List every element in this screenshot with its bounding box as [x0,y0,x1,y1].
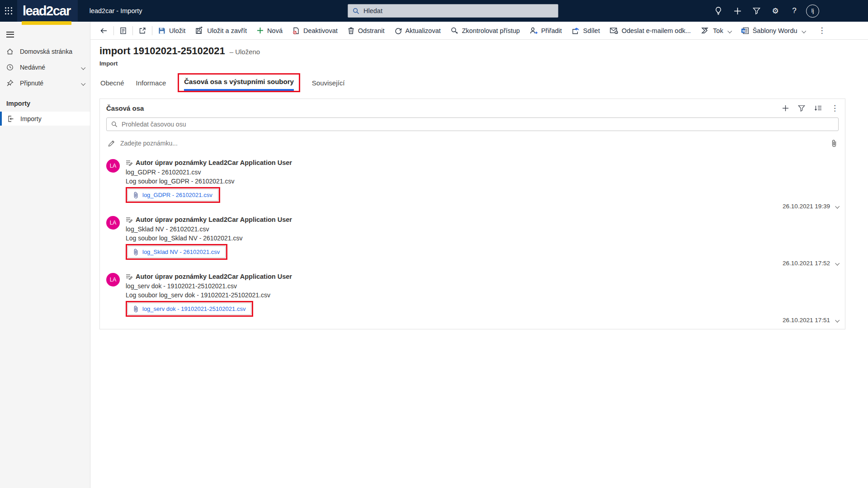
refresh-button[interactable]: Aktualizovat [390,23,446,38]
filter-icon[interactable] [749,4,764,18]
sidebar-item-pinned[interactable]: Připnuté [0,75,90,91]
attachment-chip[interactable]: log_GDPR - 26102021.csv [127,189,218,201]
note-placeholder: Zadejte poznámku... [120,140,178,147]
annotation-box-attachment: log_Sklad NV - 26102021.csv [126,244,227,260]
top-bar: lead2car lead2car - Importy Hledat ⚙ ? I… [0,0,868,22]
timeline-filter-icon[interactable] [798,105,805,112]
pencil-icon [108,140,115,147]
back-button[interactable] [95,23,113,38]
share-button[interactable]: Sdílet [567,23,605,38]
deactivate-button[interactable]: Deaktivovat [288,23,343,38]
chevron-down-icon [802,27,805,34]
global-search-input[interactable]: Hledat [348,4,558,18]
timeline-search-input[interactable]: Prohledat časovou osu [106,117,839,131]
timeline-card: Časová osa ⋮ Prohledat časovou osu Zadej… [99,99,845,329]
attachment-chip[interactable]: log_Sklad NV - 26102021.csv [127,246,226,258]
avatar: LA [106,216,120,230]
svg-text:W: W [742,28,745,33]
tab-souvisejici[interactable]: Související [312,79,345,92]
search-icon [111,121,118,127]
logo-underline [22,21,71,25]
check-access-button[interactable]: Zkontrolovat přístup [446,23,525,38]
form-selector-button[interactable] [115,23,132,38]
entry-body-text: Log soubor log_Sklad NV - 26102021.csv [126,235,839,242]
new-button[interactable]: Nová [252,23,288,38]
word-icon: W [741,27,749,34]
email-icon: @ [610,27,618,34]
note-icon [126,216,132,223]
sidebar-item-recent[interactable]: Nedávné [0,59,90,75]
attachment-chip[interactable]: log_serv dok - 19102021-25102021.csv [127,303,251,315]
gear-icon[interactable]: ⚙ [768,4,783,18]
plus-icon [257,27,264,34]
refresh-icon [395,27,402,34]
entry-timestamp: 26.10.2021 19:39 [783,203,830,210]
home-icon [6,48,14,55]
paperclip-icon [133,249,138,255]
chevron-down-icon [81,80,85,87]
form-icon [120,27,127,34]
save-and-close-button[interactable]: Uložit a zavřít [190,23,252,38]
separator [152,26,152,35]
note-icon [126,273,132,280]
waffle-menu-icon[interactable] [0,0,17,22]
app-logo[interactable]: lead2car [17,0,78,22]
timeline-entry: LA Autor úprav poznámky Lead2Car Applica… [106,273,839,324]
flow-icon [701,27,709,34]
separator [132,26,133,35]
note-input[interactable]: Zadejte poznámku... [106,137,839,149]
sidebar-item-label: Domovská stránka [20,48,72,55]
entry-title: Autor úprav poznámky Lead2Car Applicatio… [136,273,292,280]
more-commands-icon[interactable]: ⋮ [813,26,831,35]
trash-icon [348,27,354,34]
assign-button[interactable]: Přiřadit [525,23,567,38]
attachment-link[interactable]: log_Sklad NV - 26102021.csv [142,249,220,255]
chevron-down-icon [81,64,85,71]
avatar: LA [106,273,120,286]
timeline-entry: LA Autor úprav poznámky Lead2Car Applica… [106,159,839,210]
user-avatar[interactable]: Ij [806,5,819,18]
flow-button[interactable]: Tok [696,23,736,38]
hamburger-menu-icon[interactable] [0,25,20,43]
timeline-add-icon[interactable] [782,105,789,112]
help-icon[interactable]: ? [787,4,802,18]
annotation-box-active-tab: Časová osa s výstupními soubory [178,73,300,92]
save-button[interactable]: Uložit [153,23,190,38]
expand-entry-chevron-icon[interactable] [835,317,839,324]
word-templates-button[interactable]: W Šablony Wordu [736,23,810,38]
popout-icon [139,27,146,34]
delete-button[interactable]: Odstranit [343,23,390,38]
tab-obecne[interactable]: Obecné [100,79,124,92]
chevron-down-icon [728,27,731,34]
sidebar: Domovská stránka Nedávné Připnuté Import… [0,22,90,488]
email-link-button[interactable]: @ Odeslat e-mailem odk... [605,23,696,38]
attach-file-icon[interactable] [831,140,837,147]
attachment-link[interactable]: log_serv dok - 19102021-25102021.csv [142,305,245,312]
logo-text: lead2car [23,4,71,19]
attachment-link[interactable]: log_GDPR - 26102021.csv [142,192,212,198]
timeline-more-icon[interactable]: ⋮ [831,103,839,113]
sidebar-item-home[interactable]: Domovská stránka [0,43,90,59]
lightbulb-icon[interactable] [711,4,726,18]
paperclip-icon [133,192,138,198]
quick-create-plus-icon[interactable] [730,4,745,18]
timeline-title: Časová osa [106,104,144,112]
tab-informace[interactable]: Informace [136,79,166,92]
entry-subject: log_GDPR - 26102021.csv [126,169,839,176]
timeline-sort-icon[interactable] [814,105,822,112]
expand-entry-chevron-icon[interactable] [835,260,839,267]
sidebar-item-importy[interactable]: Importy [0,112,90,126]
pin-icon [6,80,14,87]
entry-timestamp: 26.10.2021 17:51 [783,317,830,324]
entry-title: Autor úprav poznámky Lead2Car Applicatio… [136,159,292,166]
timeline-search-placeholder: Prohledat časovou osu [122,121,186,128]
command-bar: Uložit Uložit a zavřít Nová Deaktivovat … [90,22,868,40]
tab-casova-osa[interactable]: Časová osa s výstupními soubory [184,78,294,85]
sidebar-item-label: Nedávné [20,64,45,71]
save-close-icon [195,27,203,34]
page-title: import 19102021-25102021 [99,45,225,57]
active-tab-underline [184,89,294,91]
expand-entry-chevron-icon[interactable] [835,203,839,210]
avatar: LA [106,159,120,173]
popout-button[interactable] [134,23,151,38]
